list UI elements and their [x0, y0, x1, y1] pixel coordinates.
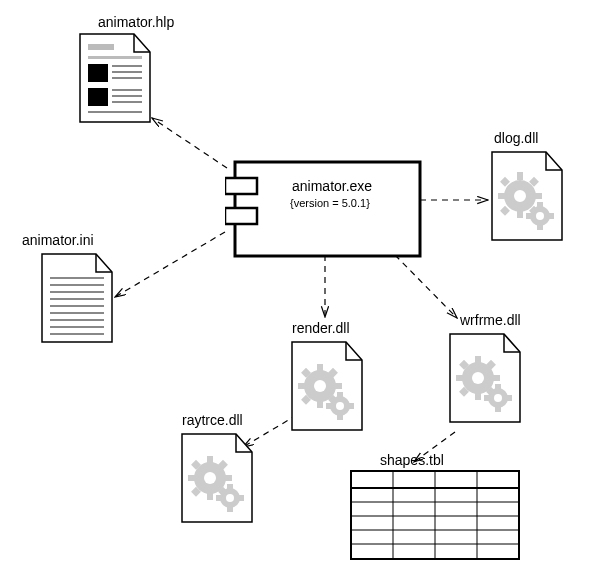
svg-line-1 — [115, 232, 225, 297]
svg-point-39 — [536, 212, 544, 220]
svg-rect-11 — [88, 56, 142, 59]
file-icon-dll-dlog — [490, 150, 564, 246]
svg-rect-59 — [348, 403, 354, 409]
artifact-label-shapes: shapes.tbl — [380, 452, 444, 468]
file-icon-help-document — [78, 32, 152, 128]
svg-rect-72 — [495, 384, 501, 390]
component-animator-exe — [225, 160, 425, 264]
artifact-label-render: render.dll — [292, 320, 350, 336]
component-version-label: {version = 5.0.1} — [290, 197, 370, 209]
svg-rect-73 — [495, 406, 501, 412]
svg-rect-90 — [216, 495, 222, 501]
file-icon-dll-raytrce — [180, 432, 254, 528]
file-icon-dll-wrfrme — [448, 332, 522, 428]
svg-rect-63 — [475, 392, 481, 400]
svg-rect-33 — [534, 193, 542, 199]
svg-point-87 — [226, 494, 234, 502]
table-icon-shapes — [350, 470, 520, 566]
svg-rect-62 — [475, 356, 481, 364]
svg-rect-9 — [225, 208, 257, 224]
svg-rect-43 — [548, 213, 554, 219]
svg-rect-31 — [517, 210, 523, 218]
svg-point-61 — [472, 372, 484, 384]
svg-rect-79 — [207, 492, 213, 500]
svg-rect-91 — [238, 495, 244, 501]
artifact-label-wrfrme: wrfrme.dll — [460, 312, 521, 328]
file-icon-dll-render — [290, 340, 364, 436]
svg-rect-74 — [484, 395, 490, 401]
svg-point-71 — [494, 394, 502, 402]
svg-rect-80 — [188, 475, 196, 481]
svg-rect-46 — [317, 364, 323, 372]
file-icon-ini-document — [40, 252, 114, 348]
artifact-label-dlog: dlog.dll — [494, 130, 538, 146]
svg-rect-65 — [492, 375, 500, 381]
svg-rect-49 — [334, 383, 342, 389]
svg-rect-10 — [88, 44, 114, 50]
svg-rect-41 — [537, 224, 543, 230]
svg-rect-32 — [498, 193, 506, 199]
svg-rect-30 — [517, 172, 523, 180]
svg-rect-16 — [88, 88, 108, 106]
svg-rect-81 — [224, 475, 232, 481]
svg-rect-47 — [317, 400, 323, 408]
artifact-label-help: animator.hlp — [98, 14, 174, 30]
svg-rect-48 — [298, 383, 306, 389]
svg-rect-78 — [207, 456, 213, 464]
svg-rect-88 — [227, 484, 233, 490]
svg-point-77 — [204, 472, 216, 484]
svg-rect-57 — [337, 414, 343, 420]
svg-rect-56 — [337, 392, 343, 398]
svg-point-55 — [336, 402, 344, 410]
svg-rect-7 — [235, 162, 420, 256]
svg-rect-58 — [326, 403, 332, 409]
svg-rect-89 — [227, 506, 233, 512]
component-name-label: animator.exe — [292, 178, 372, 194]
svg-rect-42 — [526, 213, 532, 219]
svg-rect-8 — [225, 178, 257, 194]
svg-rect-40 — [537, 202, 543, 208]
artifact-label-raytrce: raytrce.dll — [182, 412, 243, 428]
svg-line-4 — [395, 255, 457, 318]
artifact-label-ini: animator.ini — [22, 232, 94, 248]
svg-point-45 — [314, 380, 326, 392]
svg-rect-64 — [456, 375, 464, 381]
svg-rect-75 — [506, 395, 512, 401]
svg-line-0 — [152, 118, 227, 168]
svg-rect-12 — [88, 64, 108, 82]
